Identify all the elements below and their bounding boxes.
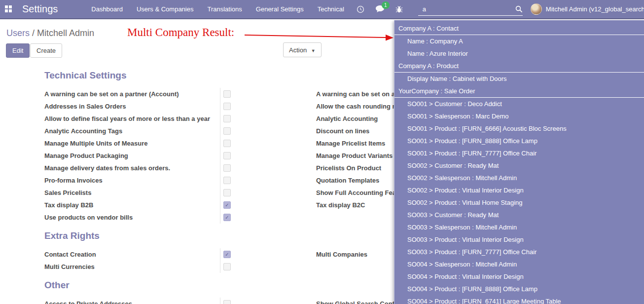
checkbox-multi-currencies[interactable] [223,263,231,270]
setting-label: A warning can be set on a [316,90,395,98]
checkbox-cell [220,88,316,100]
search-result-item[interactable]: SO001 > Customer : Deco Addict [394,98,644,110]
settings-row: A warning can be set on a partner (Accou… [44,88,397,100]
settings-row: Sales PricelistsShow Full Accounting Fea [44,187,397,199]
checkbox-cell [220,298,316,304]
annotation-arrow [243,30,394,43]
settings-row: Manage Product PackagingManage Product V… [44,150,397,162]
global-search-results-dropdown: Company A : ContactName : Company AName … [394,20,644,304]
setting-label: Allow to define fiscal years of more or … [44,115,220,122]
search-result-item[interactable]: SO004 > Product : [FURN_6741] Large Meet… [394,295,644,304]
checkbox-analytic-accounting-tags[interactable] [223,127,231,135]
menu-dashboard[interactable]: Dashboard [84,0,130,18]
menu-users-companies[interactable]: Users & Companies [130,0,201,18]
debug-bug-icon[interactable] [395,5,403,13]
navbar-right: 1 a [351,2,644,16]
setting-label: Manage Pricelist Items [316,140,385,147]
settings-row: Addresses in Sales OrdersAllow the cash … [44,100,397,113]
checkbox-use-products-on-vendor-bills[interactable]: ✓ [223,214,231,221]
message-count-badge: 1 [382,1,390,9]
checkbox-addresses-in-sales-orders[interactable] [223,103,231,110]
menu-translations[interactable]: Translations [200,0,249,18]
apps-grid-icon[interactable] [5,5,12,13]
top-navbar: Settings DashboardUsers & CompaniesTrans… [0,0,644,19]
breadcrumb-current: Mitchell Admin [37,28,94,38]
checkbox-manage-multiple-units-of-measure[interactable] [223,140,231,147]
search-result-item[interactable]: SO001 > Product : [FURN_7777] Office Cha… [394,147,644,159]
search-result-item[interactable]: Name : Azure Interior [394,47,644,60]
checkbox-allow-to-define-fiscal-years-of-more-or-less-than-a-year[interactable] [223,115,231,122]
setting-label: Use products on vendor bills [44,214,220,221]
search-result-item[interactable]: SO001 > Salesperson : Marc Demo [394,110,644,122]
section-title-extra-rights: Extra Rights [44,230,397,242]
search-result-item[interactable]: SO003 > Customer : Ready Mat [394,209,644,221]
settings-row: Use products on vendor bills✓ [44,211,397,224]
checkbox-cell: ✓ [220,211,316,224]
search-result-item[interactable]: SO001 > Product : [FURN_8888] Office Lam… [394,135,644,147]
user-menu[interactable]: Mitchell Admin (v12_global_search) ▾ [531,3,644,15]
search-result-item[interactable]: SO003 > Product : Virtual Interior Desig… [394,233,644,246]
checkbox-cell [220,150,316,162]
settings-form: Technical SettingsA warning can be set o… [44,70,397,304]
breadcrumb-users-link[interactable]: Users [6,28,30,38]
action-button[interactable]: Action ▼ [283,42,322,57]
settings-row: Contact Creation✓Multi Companies [44,248,397,261]
checkbox-sales-pricelists[interactable] [223,189,231,196]
checkbox-cell [220,100,316,113]
activities-clock-icon[interactable] [357,5,364,13]
search-result-item[interactable]: SO002 > Product : Virtual Interior Desig… [394,184,644,196]
checkbox-access-to-private-addresses[interactable] [223,300,231,304]
setting-label: Access to Private Addresses [44,300,220,304]
setting-label: Contact Creation [44,251,220,258]
setting-label: Addresses in Sales Orders [44,103,220,110]
settings-row: Pro-forma InvoicesQuotation Templates [44,174,397,187]
search-result-item[interactable]: SO002 > Product : Virtual Home Staging [394,196,644,209]
app-title[interactable]: Settings [22,3,58,15]
create-button[interactable]: Create [30,43,62,58]
search-result-item[interactable]: SO003 > Salesperson : Mitchell Admin [394,221,644,233]
search-result-item[interactable]: SO001 > Product : [FURN_6666] Acoustic B… [394,122,644,135]
breadcrumb-separator: / [32,28,35,38]
section-extra-rights: Extra RightsContact Creation✓Multi Compa… [44,230,397,273]
search-result-item[interactable]: SO004 > Product : [FURN_8888] Office Lam… [394,283,644,295]
setting-label: Analytic Accounting Tags [44,127,220,135]
search-result-item[interactable]: SO004 > Product : Virtual Interior Desig… [394,270,644,283]
settings-row: Analytic Accounting TagsDiscount on line… [44,125,397,137]
search-result-item[interactable]: Name : Company A [394,35,644,47]
checkbox-cell: ✓ [220,199,316,211]
checkbox-manage-product-packaging[interactable] [223,152,231,159]
global-search-input[interactable]: a [418,2,523,16]
section-title-technical-settings: Technical Settings [44,70,397,81]
search-result-item[interactable]: SO002 > Salesperson : Mitchell Admin [394,172,644,184]
checkbox-cell [220,137,316,150]
setting-label: Manage Multiple Units of Measure [44,140,220,147]
search-result-item[interactable]: Display Name : Cabinet with Doors [394,73,644,85]
search-result-group-header: YourCompany : Sale Order [394,85,644,98]
setting-label: Allow the cash rounding m [316,103,398,110]
checkbox-cell [220,162,316,174]
checkbox-pro-forma-invoices[interactable] [223,177,231,184]
search-result-group-header: Company A : Contact [394,22,644,35]
search-input-value: a [418,5,515,13]
setting-label: Tax display B2C [316,201,365,209]
menu-technical[interactable]: Technical [311,0,351,18]
checkbox-tax-display-b2b[interactable]: ✓ [223,201,231,209]
setting-label: Manage delivery dates from sales orders. [44,164,220,172]
setting-label: Sales Pricelists [44,189,220,196]
search-result-item[interactable]: SO003 > Product : [FURN_7777] Office Cha… [394,246,644,258]
setting-label: Tax display B2B [44,201,220,209]
search-icon[interactable] [515,5,523,13]
edit-button[interactable]: Edit [6,43,30,58]
messages-chat-icon[interactable]: 1 [375,5,385,13]
search-result-item[interactable]: SO004 > Salesperson : Mitchell Admin [394,258,644,270]
section-technical-settings: Technical SettingsA warning can be set o… [44,70,397,224]
checkbox-a-warning-can-be-set-on-a-partner-account[interactable] [223,90,231,98]
checkbox-cell [220,125,316,137]
checkbox-cell: ✓ [220,248,316,261]
checkbox-cell [220,113,316,125]
checkbox-manage-delivery-dates-from-sales-orders[interactable] [223,164,231,172]
annotation-text: Multi Company Result: [127,26,234,39]
search-result-item[interactable]: SO002 > Customer : Ready Mat [394,159,644,172]
menu-general-settings[interactable]: General Settings [249,0,311,18]
checkbox-contact-creation[interactable]: ✓ [223,251,231,258]
